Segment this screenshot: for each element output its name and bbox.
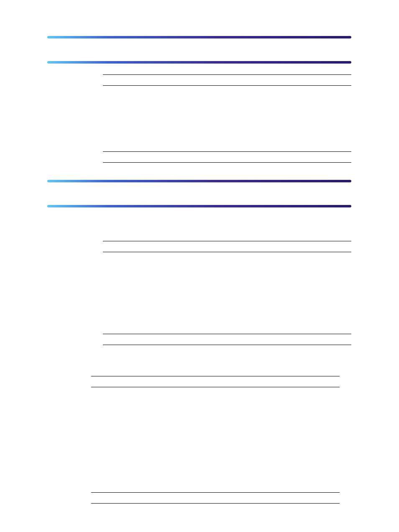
gradient-divider-0 — [47, 36, 351, 38]
thin-divider-8 — [91, 376, 340, 376]
thin-divider-9 — [91, 387, 340, 387]
thin-divider-1 — [103, 85, 351, 86]
document-page — [0, 0, 399, 532]
thin-divider-4 — [103, 241, 351, 241]
thin-divider-10 — [91, 492, 340, 493]
thin-divider-5 — [103, 252, 351, 252]
gradient-divider-2 — [47, 180, 351, 182]
thin-divider-0 — [103, 74, 351, 75]
thin-divider-7 — [103, 345, 351, 345]
gradient-divider-3 — [47, 205, 351, 207]
thin-divider-2 — [103, 151, 351, 152]
thin-divider-6 — [103, 334, 351, 334]
gradient-divider-1 — [47, 61, 351, 64]
thin-divider-11 — [91, 503, 340, 504]
thin-divider-3 — [103, 162, 351, 163]
